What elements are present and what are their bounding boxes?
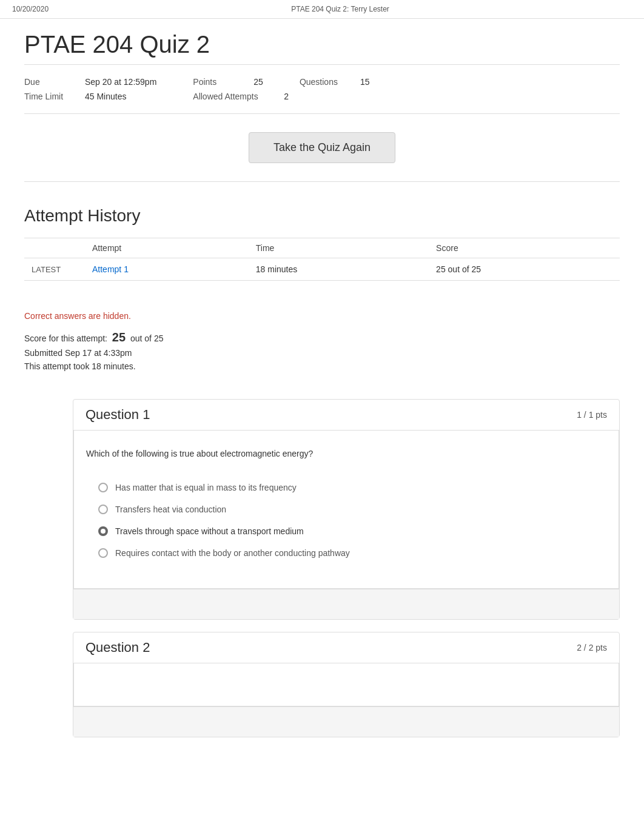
questions-value: 15 [360, 77, 370, 87]
time-limit-value: 45 Minutes [85, 92, 126, 101]
top-bar: 10/20/2020 PTAE 204 Quiz 2: Terry Lester [0, 0, 644, 19]
top-bar-title: PTAE 204 Quiz 2: Terry Lester [291, 5, 389, 13]
due-value: Sep 20 at 12:59pm [85, 77, 156, 87]
answer-option-label: Transfers heat via conduction [115, 505, 226, 514]
question-header: Question 1 1 / 1 pts [73, 400, 619, 430]
answer-option[interactable]: Requires contact with the body or anothe… [98, 548, 594, 558]
question-pts: 2 / 2 pts [577, 643, 607, 652]
latest-label: LATEST [24, 258, 85, 281]
correct-answers-msg: Correct answers are hidden. [24, 311, 620, 321]
radio-circle [98, 483, 108, 492]
take-quiz-button[interactable]: Take the Quiz Again [249, 132, 395, 163]
question-card: Question 1 1 / 1 pts Which of the follow… [73, 399, 620, 620]
col-time: Time [249, 238, 429, 258]
col-score: Score [429, 238, 620, 258]
question-body: Which of the following is true about ele… [73, 430, 619, 589]
question-footer [73, 589, 619, 619]
score-out-of: out of 25 [130, 334, 164, 343]
time-limit-label: Time Limit [24, 92, 73, 101]
question-text: Which of the following is true about ele… [86, 449, 606, 458]
attempt-table: Attempt Time Score LATEST Attempt 1 18 m… [24, 238, 620, 281]
answer-options: Has matter that is equal in mass to its … [86, 477, 606, 564]
answer-option[interactable]: Travels through space without a transpor… [98, 526, 594, 536]
answer-option[interactable]: Transfers heat via conduction [98, 505, 594, 514]
question-title: Question 2 [86, 640, 150, 656]
top-bar-date: 10/20/2020 [12, 5, 49, 13]
took-info: This attempt took 18 minutes. [24, 361, 620, 371]
question-footer [73, 706, 619, 737]
answer-option-label: Requires contact with the body or anothe… [115, 548, 350, 558]
attempt-history-title: Attempt History [24, 206, 620, 226]
attempt-cell[interactable]: Attempt 1 [85, 258, 249, 281]
answer-option-label: Has matter that is equal in mass to its … [115, 483, 297, 492]
score-cell: 25 out of 25 [429, 258, 620, 281]
submitted-info: Submitted Sep 17 at 4:33pm [24, 348, 620, 358]
allowed-value: 2 [284, 92, 289, 101]
score-info: Score for this attempt: 25 out of 25 [24, 330, 620, 344]
col-latest [24, 238, 85, 258]
questions-label: Questions [300, 77, 348, 87]
points-label: Points [193, 77, 241, 87]
question-body [73, 663, 619, 706]
radio-circle [98, 548, 108, 558]
table-row: LATEST Attempt 1 18 minutes 25 out of 25 [24, 258, 620, 281]
answer-option-label: Travels through space without a transpor… [115, 526, 304, 536]
col-attempt: Attempt [85, 238, 249, 258]
question-header: Question 2 2 / 2 pts [73, 632, 619, 663]
allowed-label: Allowed Attempts [193, 92, 272, 101]
radio-circle [98, 505, 108, 514]
question-title: Question 1 [86, 407, 150, 423]
points-value: 25 [253, 77, 263, 87]
take-quiz-section: Take the Quiz Again [24, 132, 620, 182]
quiz-meta: Due Sep 20 at 12:59pm Time Limit 45 Minu… [24, 77, 620, 114]
question-pts: 1 / 1 pts [577, 410, 607, 420]
score-label: Score for this attempt: [24, 334, 107, 343]
attempt-detail-section: Correct answers are hidden. Score for th… [24, 299, 620, 387]
time-cell: 18 minutes [249, 258, 429, 281]
answer-option[interactable]: Has matter that is equal in mass to its … [98, 483, 594, 492]
score-value: 25 [112, 330, 126, 344]
radio-circle [98, 526, 108, 536]
question-card: Question 2 2 / 2 pts [73, 632, 620, 737]
due-label: Due [24, 77, 73, 87]
page-title: PTAE 204 Quiz 2 [24, 31, 620, 65]
